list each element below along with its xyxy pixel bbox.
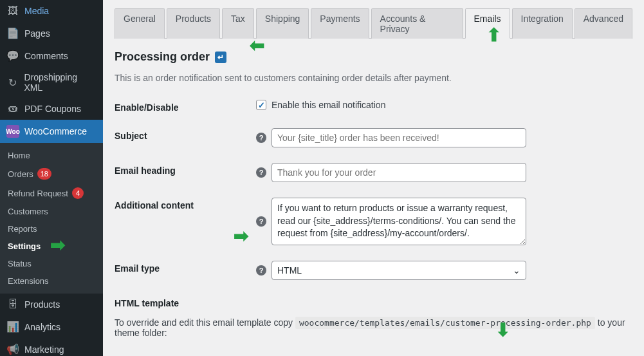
row-enable: Enable/Disable Enable this email notific…: [115, 100, 632, 113]
sidebar-label: PDF Coupons: [24, 104, 81, 114]
label-heading: Email heading: [115, 163, 256, 176]
sidebar-item-comments[interactable]: 💬Comments: [0, 44, 103, 67]
tab-accounts-privacy[interactable]: Accounts & Privacy: [371, 8, 463, 39]
menu-icon: 📊: [6, 321, 19, 333]
sidebar-sub-label: Home: [8, 151, 30, 160]
return-icon[interactable]: ↵: [215, 52, 226, 63]
help-icon[interactable]: ?: [256, 167, 266, 178]
sidebar-item-marketing[interactable]: 📢Marketing: [0, 338, 103, 356]
sidebar-subitem-customers[interactable]: Customers: [0, 203, 103, 220]
sidebar-label: Media: [24, 6, 49, 16]
menu-icon: 📄: [6, 27, 19, 39]
sidebar-sub-label: Orders: [8, 169, 33, 179]
admin-sidebar: 🖼Media📄Pages💬Comments↻Dropshipping XML🎟P…: [0, 0, 103, 356]
sidebar-subitem-orders[interactable]: Orders18: [0, 164, 103, 183]
sidebar-item-products[interactable]: 🗄Products: [0, 294, 103, 315]
label-emailtype: Email type: [115, 261, 256, 274]
row-subject: Subject ?: [115, 128, 632, 147]
sidebar-item-analytics[interactable]: 📊Analytics: [0, 315, 103, 338]
template-path-code: woocommerce/templates/emails/customer-pr…: [295, 317, 595, 329]
count-badge: 4: [72, 187, 84, 199]
sidebar-item-media[interactable]: 🖼Media: [0, 0, 103, 22]
sidebar-item-pages[interactable]: 📄Pages: [0, 22, 103, 44]
sidebar-sub-label: Settings: [8, 241, 41, 251]
tab-payments[interactable]: Payments: [311, 8, 369, 39]
sidebar-subitem-home[interactable]: Home: [0, 147, 103, 164]
sidebar-subitem-extensions[interactable]: Extensions: [0, 272, 103, 290]
help-icon[interactable]: ?: [256, 265, 266, 276]
tab-products[interactable]: Products: [167, 8, 220, 39]
menu-icon: 🗄: [6, 299, 19, 310]
label-subject: Subject: [115, 128, 256, 141]
template-override-text: To override and edit this email template…: [115, 317, 632, 338]
sidebar-label: Marketing: [24, 344, 64, 355]
sidebar-sub-label: Customers: [8, 207, 48, 216]
label-additional: Additional content: [115, 198, 256, 211]
sidebar-label: Comments: [24, 51, 68, 61]
sidebar-item-dropshipping-xml[interactable]: ↻Dropshipping XML: [0, 67, 103, 98]
sidebar-subitem-settings[interactable]: Settings: [0, 238, 103, 255]
sidebar-item-pdf-coupons[interactable]: 🎟PDF Coupons: [0, 98, 103, 120]
menu-icon: 📢: [6, 343, 19, 355]
page-description: This is an order notification sent to cu…: [115, 73, 632, 83]
email-type-select[interactable]: HTML ⌄: [271, 261, 526, 280]
heading-input[interactable]: [271, 163, 526, 182]
menu-icon: ↻: [6, 77, 19, 89]
sidebar-sub-label: Reports: [8, 224, 37, 234]
subject-input[interactable]: [271, 128, 526, 147]
chevron-down-icon: ⌄: [513, 265, 520, 276]
row-additional: Additional content ?: [115, 198, 632, 245]
help-icon[interactable]: ?: [256, 216, 266, 227]
tab-shipping[interactable]: Shipping: [256, 8, 309, 39]
additional-textarea[interactable]: [271, 198, 526, 245]
sidebar-subitem-reports[interactable]: Reports: [0, 220, 103, 238]
main-content: GeneralProductsTaxShippingPaymentsAccoun…: [103, 0, 644, 356]
sidebar-label: Products: [24, 299, 60, 310]
enable-checkbox[interactable]: [256, 100, 266, 110]
sidebar-sub-label: Extensions: [8, 276, 49, 286]
count-badge: 18: [37, 168, 51, 180]
tab-general[interactable]: General: [115, 8, 165, 39]
woo-icon: Woo: [6, 125, 19, 138]
row-template-label: HTML template: [115, 295, 632, 308]
tab-tax[interactable]: Tax: [222, 8, 254, 39]
tab-advanced[interactable]: Advanced: [575, 8, 632, 39]
tab-emails[interactable]: Emails: [465, 8, 510, 39]
sidebar-sub-label: Status: [8, 259, 32, 268]
menu-icon: 💬: [6, 50, 19, 62]
tab-integration[interactable]: Integration: [512, 8, 573, 39]
row-heading: Email heading ?: [115, 163, 632, 182]
label-template: HTML template: [115, 295, 256, 308]
row-emailtype: Email type ? HTML ⌄: [115, 261, 632, 280]
sidebar-label: Analytics: [24, 322, 60, 332]
label-enable: Enable/Disable: [115, 100, 256, 113]
sidebar-subitem-refund-request[interactable]: Refund Request4: [0, 183, 103, 203]
sidebar-label: WooCommerce: [24, 126, 87, 136]
menu-icon: 🖼: [6, 5, 19, 17]
sidebar-label: Pages: [24, 28, 50, 39]
menu-icon: 🎟: [6, 103, 19, 115]
sidebar-item-woocommerce[interactable]: Woo WooCommerce: [0, 120, 103, 143]
help-icon[interactable]: ?: [256, 133, 266, 143]
sidebar-label: Dropshipping XML: [24, 72, 97, 93]
enable-checkbox-label: Enable this email notification: [271, 100, 385, 110]
settings-tabs: GeneralProductsTaxShippingPaymentsAccoun…: [115, 8, 632, 39]
sidebar-sub-label: Refund Request: [8, 189, 68, 198]
sidebar-subitem-status[interactable]: Status: [0, 255, 103, 272]
page-title: Processing order ↵: [115, 50, 632, 64]
